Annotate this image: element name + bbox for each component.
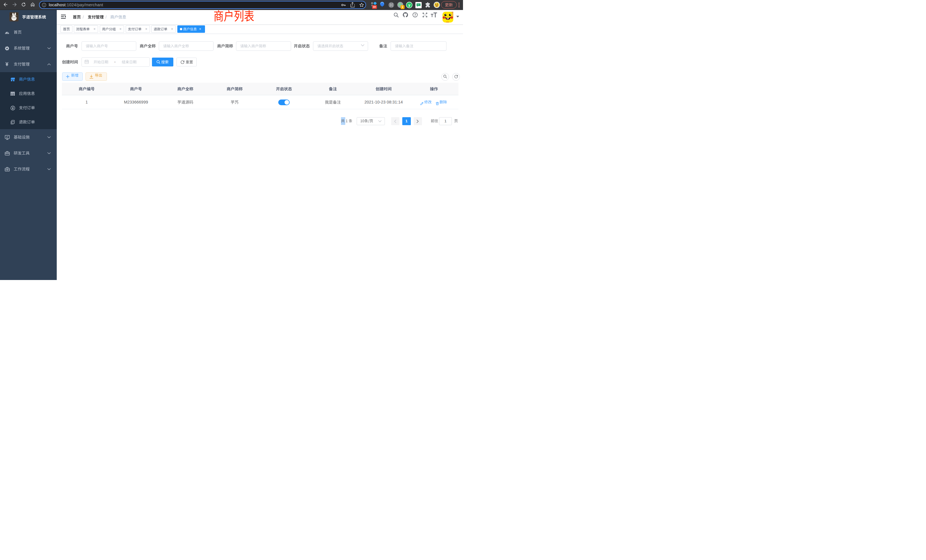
svg-text:y: y (408, 3, 410, 7)
